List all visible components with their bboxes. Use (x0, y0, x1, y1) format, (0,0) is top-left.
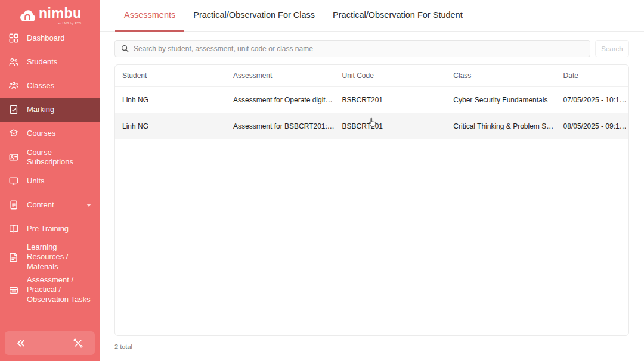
table-header-row: Student Assessment Unit Code Class Date (115, 65, 628, 87)
cell-unit-code: BSBCRT201 (335, 96, 447, 104)
sidebar-item-classes[interactable]: Classes (0, 74, 100, 98)
tab-practical-observation-for-class[interactable]: Practical/Observation For Class (184, 0, 324, 32)
column-header-class: Class (446, 71, 556, 80)
table-row[interactable]: Linh NG Assessment for Operate digital d… (115, 87, 628, 113)
sidebar-item-label: Students (27, 57, 92, 67)
sidebar-item-content[interactable]: Content (0, 193, 100, 217)
cell-date: 08/05/2025 - 09:16:21 (556, 122, 628, 130)
sidebar-item-marking[interactable]: Marking (0, 98, 100, 122)
nimbu-logo-icon (20, 10, 36, 22)
tab-assessments[interactable]: Assessments (115, 0, 184, 32)
sidebar-item-learning-resources[interactable]: Learning Resources / Materials (0, 241, 100, 273)
chevron-down-icon (86, 204, 91, 207)
column-header-unit-code: Unit Code (335, 71, 447, 80)
sidebar: nimbu an LMS by RTO Dashboard Students C… (0, 0, 100, 361)
search-row: Search (114, 40, 629, 57)
cell-student: Linh NG (115, 122, 226, 130)
sidebar-item-label: Units (27, 176, 92, 186)
sidebar-item-label: Assessment / Practical / Observation Tas… (27, 275, 92, 304)
results-table: Student Assessment Unit Code Class Date … (114, 64, 629, 336)
sidebar-item-units[interactable]: Units (0, 169, 100, 193)
sidebar-item-label: Content (27, 200, 79, 210)
sidebar-item-students[interactable]: Students (0, 50, 100, 74)
main-content: Assessments Practical/Observation For Cl… (100, 0, 644, 361)
sidebar-item-label: Course Subscriptions (27, 148, 92, 167)
total-count-label: 2 total (114, 343, 644, 350)
search-box (114, 40, 590, 57)
courses-icon (8, 128, 19, 139)
search-input[interactable] (134, 45, 584, 53)
logo[interactable]: nimbu an LMS by RTO (0, 0, 100, 26)
search-button[interactable]: Search (595, 40, 629, 57)
search-icon (121, 45, 129, 52)
column-header-student: Student (115, 71, 226, 80)
sidebar-item-course-subscriptions[interactable]: Course Subscriptions (0, 145, 100, 169)
sidebar-item-label: Courses (27, 129, 92, 138)
tab-practical-observation-for-student[interactable]: Practical/Observation For Student (324, 0, 472, 32)
sidebar-item-dashboard[interactable]: Dashboard (0, 26, 100, 50)
tools-icon[interactable] (73, 338, 83, 348)
classes-icon (8, 80, 19, 91)
logo-text: nimbu (39, 7, 82, 20)
cell-unit-code: BSBCRT201 (335, 122, 447, 130)
table-row[interactable]: Linh NG Assessment for BSBCRT201: Develo… (115, 113, 628, 139)
sidebar-item-label: Dashboard (27, 33, 92, 43)
cell-class: Cyber Security Fundamentals (446, 96, 556, 104)
cell-assessment: Assessment for BSBCRT201: Develop... (226, 122, 335, 130)
marking-icon (8, 104, 19, 115)
sidebar-item-label: Classes (27, 81, 92, 91)
column-header-assessment: Assessment (226, 71, 335, 80)
subscriptions-icon (8, 152, 19, 163)
cell-student: Linh NG (115, 96, 226, 104)
sidebar-item-label: Marking (27, 105, 92, 114)
content-icon (8, 200, 19, 210)
sidebar-item-courses[interactable]: Courses (0, 122, 100, 145)
column-header-date: Date (556, 71, 628, 80)
open-book-icon (8, 223, 19, 234)
tab-bar: Assessments Practical/Observation For Cl… (100, 0, 644, 32)
cell-assessment: Assessment for Operate digital devices (226, 96, 335, 104)
file-icon (8, 252, 19, 263)
students-icon (8, 57, 19, 67)
sidebar-nav: Dashboard Students Classes Marking Cours (0, 26, 100, 306)
tasks-icon (8, 285, 19, 295)
cell-date: 07/05/2025 - 10:19:19 (556, 96, 628, 104)
dashboard-icon (8, 33, 19, 43)
sidebar-item-label: Pre Training (27, 224, 92, 234)
cell-class: Critical Thinking & Problem Solving -... (446, 122, 556, 130)
units-icon (8, 176, 19, 186)
logo-tagline: an LMS by RTO (39, 21, 82, 25)
sidebar-item-label: Learning Resources / Materials (27, 242, 92, 272)
collapse-icon[interactable] (16, 339, 26, 347)
sidebar-item-pre-training[interactable]: Pre Training (0, 217, 100, 241)
sidebar-item-assessment-tasks[interactable]: Assessment / Practical / Observation Tas… (0, 273, 100, 306)
sidebar-footer (5, 331, 95, 355)
